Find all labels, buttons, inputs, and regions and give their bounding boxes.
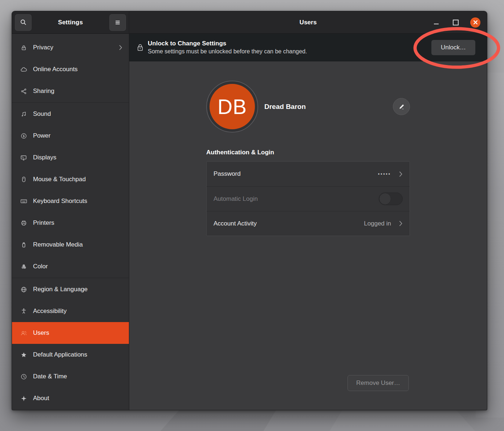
sidebar-item-label: Mouse & Touchpad (33, 176, 122, 183)
sidebar-item-label: Printers (33, 219, 122, 227)
chevron-right-icon (119, 45, 122, 50)
user-identity-row: DB Dread Baron (206, 81, 410, 133)
sidebar-item-label: Power (33, 132, 122, 139)
sidebar-item-power[interactable]: Power (12, 125, 129, 147)
auth-panel: Password ••••• Automatic Login (206, 161, 410, 236)
close-icon (473, 20, 478, 25)
toggle-knob (379, 193, 391, 205)
sidebar-item-about[interactable]: About (12, 387, 129, 409)
account-activity-value: Logged in (364, 220, 391, 227)
sidebar-item-label: Removable Media (33, 241, 122, 248)
keyboard-icon (20, 198, 28, 204)
sidebar-item-users[interactable]: Users (12, 322, 129, 344)
hamburger-menu-icon (114, 19, 121, 26)
chevron-right-icon (399, 171, 403, 177)
color-circles-icon (20, 264, 28, 270)
auth-section-title: Authentication & Login (206, 149, 410, 156)
unlock-button[interactable]: Unlock… (431, 40, 475, 55)
avatar-ring: DB (206, 81, 258, 133)
sidebar-item-accessibility[interactable]: Accessibility (12, 300, 129, 322)
password-label: Password (214, 170, 378, 178)
sidebar-item-label: Sound (33, 110, 122, 118)
printer-icon (20, 220, 28, 226)
sidebar-item-label: Region & Language (33, 286, 122, 293)
mouse-icon (20, 176, 28, 183)
sidebar-item-keyboard-shortcuts[interactable]: Keyboard Shortcuts (12, 190, 129, 212)
unlock-banner: Unlock to Change Settings Some settings … (129, 34, 487, 61)
people-icon (20, 330, 28, 336)
cloud-icon (20, 66, 28, 73)
chevron-right-icon (399, 220, 403, 227)
automatic-login-toggle[interactable] (379, 192, 403, 205)
sidebar: Settings Privacy (12, 11, 129, 410)
avatar: DB (210, 84, 255, 129)
sparkle-icon (20, 395, 28, 402)
sidebar-item-online-accounts[interactable]: Online Accounts (12, 58, 129, 80)
power-icon (20, 133, 28, 139)
music-note-icon (20, 111, 28, 117)
sidebar-item-default-applications[interactable]: Default Applications (12, 344, 129, 366)
lock-icon (20, 45, 28, 51)
sidebar-header: Settings (12, 11, 129, 34)
clock-icon (20, 374, 28, 380)
sidebar-item-label: Displays (33, 154, 122, 161)
unlock-banner-title: Unlock to Change Settings (148, 40, 427, 48)
globe-icon (20, 286, 28, 293)
lock-icon (137, 44, 144, 52)
unlock-banner-text: Unlock to Change Settings Some settings … (148, 40, 427, 56)
headerbar: Users (129, 11, 487, 34)
sidebar-item-label: Sharing (33, 88, 122, 95)
desktop-background: Settings Privacy (0, 0, 504, 431)
account-activity-label: Account Activity (214, 220, 364, 227)
automatic-login-row: Automatic Login (207, 186, 410, 211)
account-activity-row[interactable]: Account Activity Logged in (207, 211, 410, 236)
main-panel: Users Unlock to Change Settings (129, 11, 487, 410)
sidebar-item-label: Users (33, 329, 122, 337)
sidebar-item-date-time[interactable]: Date & Time (12, 366, 129, 387)
sidebar-item-region-language[interactable]: Region & Language (12, 278, 129, 300)
password-row[interactable]: Password ••••• (207, 162, 410, 186)
search-button[interactable] (15, 14, 32, 31)
sidebar-item-label: Date & Time (33, 373, 122, 380)
window-controls (431, 17, 487, 28)
sidebar-item-sharing[interactable]: Sharing (12, 80, 129, 102)
star-icon (20, 352, 28, 358)
sidebar-item-label: Privacy (33, 44, 119, 51)
sidebar-item-label: Online Accounts (33, 66, 122, 73)
window-minimize-button[interactable] (431, 17, 441, 28)
automatic-login-label: Automatic Login (214, 195, 379, 203)
sidebar-item-label: Keyboard Shortcuts (33, 198, 122, 205)
display-icon (20, 155, 28, 161)
window-maximize-button[interactable] (451, 17, 461, 28)
sidebar-item-printers[interactable]: Printers (12, 212, 129, 234)
window-close-button[interactable] (470, 17, 480, 28)
app-title: Settings (34, 19, 106, 26)
sidebar-item-sound[interactable]: Sound (12, 103, 129, 125)
remove-user-button[interactable]: Remove User… (347, 375, 409, 391)
usb-drive-icon (20, 241, 28, 248)
unlock-banner-subtitle: Some settings must be unlocked before th… (148, 48, 427, 56)
sidebar-list: Privacy Online Accounts Sharing (12, 34, 129, 410)
search-icon (20, 19, 27, 26)
sidebar-separator (12, 102, 129, 103)
sidebar-item-label: About (33, 395, 122, 402)
sidebar-item-removable-media[interactable]: Removable Media (12, 234, 129, 256)
user-full-name: Dread Baron (264, 103, 306, 111)
share-icon (20, 88, 28, 94)
pencil-icon (398, 103, 405, 110)
sidebar-separator (12, 278, 129, 278)
accessibility-person-icon (20, 308, 28, 314)
settings-window: Settings Privacy (12, 11, 487, 410)
sidebar-item-displays[interactable]: Displays (12, 147, 129, 168)
sidebar-item-label: Default Applications (33, 351, 122, 358)
edit-name-button[interactable] (393, 98, 410, 115)
password-value: ••••• (378, 171, 391, 176)
sidebar-item-label: Color (33, 263, 122, 270)
users-content: DB Dread Baron Authentication & Login Pa (129, 61, 487, 410)
sidebar-item-privacy[interactable]: Privacy (12, 37, 129, 58)
sidebar-item-mouse-touchpad[interactable]: Mouse & Touchpad (12, 168, 129, 190)
menu-button[interactable] (109, 14, 126, 31)
sidebar-item-color[interactable]: Color (12, 256, 129, 277)
sidebar-item-label: Accessibility (33, 308, 122, 315)
